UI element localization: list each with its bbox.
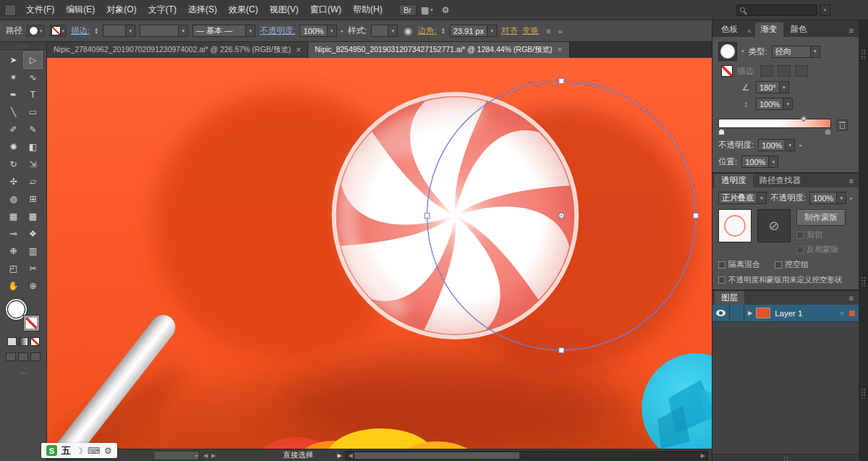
- anchor-top[interactable]: [559, 79, 564, 84]
- dock-grip[interactable]: [861, 49, 866, 59]
- scale-tool[interactable]: ⇲: [23, 156, 43, 173]
- gradient-angle-combo[interactable]: 180° ▾: [756, 81, 789, 93]
- symbol-sprayer-tool[interactable]: ❉: [4, 242, 23, 260]
- toolbar-grip[interactable]: [0, 42, 46, 50]
- anchor-right[interactable]: [694, 213, 699, 219]
- stroke-color-dropdown[interactable]: ▾: [49, 25, 67, 37]
- clip-checkbox[interactable]: 剪切: [796, 229, 846, 240]
- pen-tool[interactable]: ✒: [4, 86, 23, 103]
- stroke-width-stepper[interactable]: ▲▼: [94, 28, 98, 35]
- stop-position-combo[interactable]: 100% ▾: [741, 156, 778, 168]
- direct-selection-tool[interactable]: ▷: [23, 51, 43, 69]
- paintbrush-tool[interactable]: ✐: [4, 121, 23, 138]
- scrollbar-thumb[interactable]: [354, 452, 520, 459]
- search-options-button[interactable]: ▾: [820, 4, 830, 16]
- layer-name[interactable]: Layer 1: [775, 309, 840, 318]
- screen-mode-button[interactable]: [30, 352, 41, 361]
- mask-thumbnail[interactable]: ⊘: [757, 209, 791, 242]
- stroke-across-icon[interactable]: [795, 65, 808, 77]
- document-tab-active[interactable]: Nipic_8254950_20190312073427152771.ai* @…: [308, 42, 569, 58]
- rectangle-tool[interactable]: ▭: [23, 103, 43, 121]
- invert-mask-checkbox[interactable]: 反相蒙版: [796, 244, 846, 255]
- mesh-tool[interactable]: ▦: [4, 208, 23, 225]
- object-thumbnail[interactable]: [718, 209, 752, 242]
- collapse-icon[interactable]: «: [558, 27, 562, 35]
- layers-empty-area[interactable]: [712, 322, 859, 454]
- gradient-button[interactable]: [19, 337, 28, 346]
- layer-thumbnail[interactable]: [756, 308, 770, 318]
- knockout-group-checkbox[interactable]: 挖空组: [775, 259, 809, 270]
- document-tab[interactable]: Nipic_27840962_20190702091230974002.ai* …: [47, 42, 308, 58]
- scroll-left-icon[interactable]: ◀: [346, 452, 354, 459]
- opacity-link[interactable]: 不透明度:: [260, 25, 295, 36]
- gradient-swatch[interactable]: [718, 42, 737, 61]
- corner-value-combo[interactable]: 23.91 px ▾: [450, 25, 497, 37]
- close-icon[interactable]: ×: [557, 46, 562, 54]
- stroke-indicator[interactable]: [24, 316, 39, 331]
- workspace-button[interactable]: ⚙: [438, 4, 454, 17]
- stroke-link[interactable]: 描边:: [71, 25, 90, 36]
- make-mask-button[interactable]: 制作蒙版: [796, 209, 846, 226]
- ime-toolbar[interactable]: S 五 ☽ ⌨ ⚙: [41, 443, 117, 458]
- brush-definition-combo[interactable]: ▾: [140, 25, 188, 37]
- target-icon[interactable]: ○: [841, 310, 844, 317]
- gradient-tool[interactable]: ▩: [23, 208, 43, 225]
- rotate-tool[interactable]: ↻: [4, 156, 23, 173]
- type-tool[interactable]: T: [23, 86, 43, 103]
- gear-icon[interactable]: ⚙: [104, 446, 112, 456]
- align-link[interactable]: 对齐: [501, 25, 518, 36]
- zoom-tool[interactable]: ⊕: [23, 277, 43, 295]
- hand-tool[interactable]: ✋: [4, 277, 23, 295]
- column-graph-tool[interactable]: ▥: [23, 242, 43, 260]
- color-button[interactable]: [7, 337, 17, 346]
- arrange-documents-button[interactable]: ▦ ▾: [417, 4, 438, 17]
- blob-brush-tool[interactable]: ✺: [4, 138, 23, 156]
- gradient-stop-end[interactable]: [825, 129, 831, 135]
- zoom-combo[interactable]: ▾: [153, 451, 200, 460]
- ime-logo[interactable]: S: [46, 445, 57, 456]
- panel-menu-icon[interactable]: ≡: [849, 177, 856, 185]
- selection-tool[interactable]: ➤: [4, 51, 23, 69]
- anchor-left[interactable]: [425, 213, 430, 219]
- variable-width-profile-combo[interactable]: — 基本 — ▾: [192, 25, 255, 37]
- stroke-within-icon[interactable]: [760, 65, 773, 77]
- blend-tool[interactable]: ❖: [23, 225, 43, 242]
- transparency-opacity-combo[interactable]: 100% ▾: [809, 192, 846, 204]
- bridge-button[interactable]: Br: [399, 4, 417, 16]
- line-segment-tool[interactable]: ╲: [4, 103, 23, 121]
- magic-wand-tool[interactable]: ✶: [4, 69, 23, 86]
- dock-edge[interactable]: [859, 20, 868, 461]
- eraser-tool[interactable]: ◧: [23, 138, 43, 156]
- status-expand-icon[interactable]: ▶: [337, 452, 341, 459]
- tab-swatches[interactable]: 色板: [715, 22, 744, 37]
- none-button[interactable]: [30, 337, 40, 346]
- layer-row[interactable]: ▶ Layer 1 ○: [712, 305, 859, 322]
- menu-object[interactable]: 对象(O): [101, 1, 142, 18]
- stop-opacity-combo[interactable]: 100% ▾: [758, 139, 795, 151]
- free-transform-tool[interactable]: ▱: [23, 173, 43, 190]
- perspective-grid-tool[interactable]: ⊞: [23, 190, 43, 208]
- panel-menu-icon[interactable]: ≡: [847, 26, 856, 37]
- anchor-bottom[interactable]: [559, 348, 564, 353]
- canvas[interactable]: [47, 58, 712, 449]
- delete-stop-icon[interactable]: [836, 119, 848, 131]
- search-input[interactable]: [736, 4, 817, 16]
- horizontal-scrollbar[interactable]: ◀ ▶: [345, 451, 708, 460]
- dock-grip[interactable]: [861, 388, 866, 398]
- fill-indicator[interactable]: [7, 300, 25, 318]
- shape-builder-tool[interactable]: ◍: [4, 190, 23, 208]
- stroke-width-combo[interactable]: ▾: [103, 25, 135, 37]
- tab-layers[interactable]: 图层: [715, 291, 744, 305]
- corner-link[interactable]: 边角:: [418, 25, 437, 36]
- scroll-right-icon[interactable]: ▶: [699, 452, 707, 459]
- control-menu-icon[interactable]: ≡: [546, 27, 550, 35]
- slice-tool[interactable]: ✂: [23, 260, 43, 277]
- menu-type[interactable]: 文字(T): [142, 1, 182, 18]
- isolate-blending-checkbox[interactable]: 隔离混合: [718, 259, 760, 270]
- menu-effect[interactable]: 效果(C): [223, 1, 264, 18]
- eyedropper-tool[interactable]: ⊸: [4, 225, 23, 242]
- gradient-stop-start[interactable]: [718, 129, 725, 135]
- fill-color-dropdown[interactable]: ▾: [27, 25, 45, 37]
- lock-toggle[interactable]: [730, 305, 744, 321]
- menu-view[interactable]: 视图(V): [264, 1, 305, 18]
